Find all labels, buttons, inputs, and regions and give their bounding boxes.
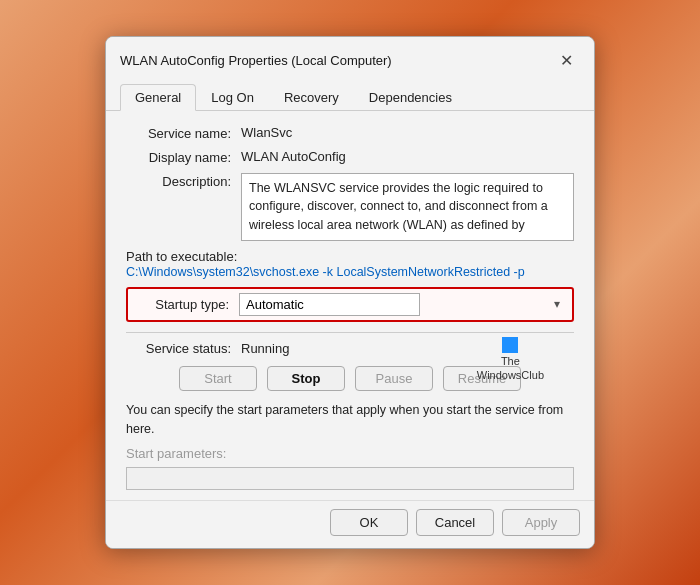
startup-select-wrapper: Automatic Automatic (Delayed Start) Manu…	[239, 293, 566, 316]
divider	[126, 332, 574, 333]
pause-button[interactable]: Pause	[355, 366, 433, 391]
start-button[interactable]: Start	[179, 366, 257, 391]
display-name-value: WLAN AutoConfig	[241, 149, 346, 164]
service-name-value: WlanSvc	[241, 125, 292, 140]
tab-logon[interactable]: Log On	[196, 84, 269, 111]
startup-type-label: Startup type:	[134, 297, 239, 312]
title-bar: WLAN AutoConfig Properties (Local Comput…	[106, 37, 594, 75]
start-parameters-input[interactable]	[126, 467, 574, 490]
tab-general[interactable]: General	[120, 84, 196, 111]
description-value: The WLANSVC service provides the logic r…	[241, 173, 574, 241]
watermark-box	[502, 337, 518, 353]
watermark-line1: The	[501, 354, 520, 368]
service-name-row: Service name: WlanSvc	[126, 125, 574, 141]
path-row: Path to executable: C:\Windows\system32\…	[126, 249, 574, 279]
params-label: Start parameters:	[126, 446, 574, 461]
tab-recovery[interactable]: Recovery	[269, 84, 354, 111]
tab-dependencies[interactable]: Dependencies	[354, 84, 467, 111]
dialog-title: WLAN AutoConfig Properties (Local Comput…	[120, 53, 392, 68]
cancel-button[interactable]: Cancel	[416, 509, 494, 536]
ok-button[interactable]: OK	[330, 509, 408, 536]
service-name-label: Service name:	[126, 125, 241, 141]
service-status-value: Running	[241, 341, 289, 356]
tab-bar: General Log On Recovery Dependencies	[106, 75, 594, 111]
path-label: Path to executable:	[126, 249, 237, 264]
close-button[interactable]: ✕	[552, 47, 580, 75]
params-note: You can specify the start parameters tha…	[126, 401, 574, 439]
watermark: The WindowsClub	[477, 337, 544, 383]
display-name-label: Display name:	[126, 149, 241, 165]
dialog-footer: OK Cancel Apply	[106, 500, 594, 548]
service-status-label: Service status:	[126, 341, 241, 356]
tab-content: Service name: WlanSvc Display name: WLAN…	[106, 111, 594, 501]
description-label: Description:	[126, 173, 241, 189]
display-name-row: Display name: WLAN AutoConfig	[126, 149, 574, 165]
properties-dialog: WLAN AutoConfig Properties (Local Comput…	[105, 36, 595, 550]
stop-button[interactable]: Stop	[267, 366, 345, 391]
watermark-line2: WindowsClub	[477, 368, 544, 382]
service-status-row: Service status: Running The WindowsClub	[126, 341, 574, 356]
path-value: C:\Windows\system32\svchost.exe -k Local…	[126, 265, 525, 279]
startup-type-select[interactable]: Automatic Automatic (Delayed Start) Manu…	[239, 293, 420, 316]
startup-type-row: Startup type: Automatic Automatic (Delay…	[126, 287, 574, 322]
description-row: Description: The WLANSVC service provide…	[126, 173, 574, 241]
apply-button[interactable]: Apply	[502, 509, 580, 536]
